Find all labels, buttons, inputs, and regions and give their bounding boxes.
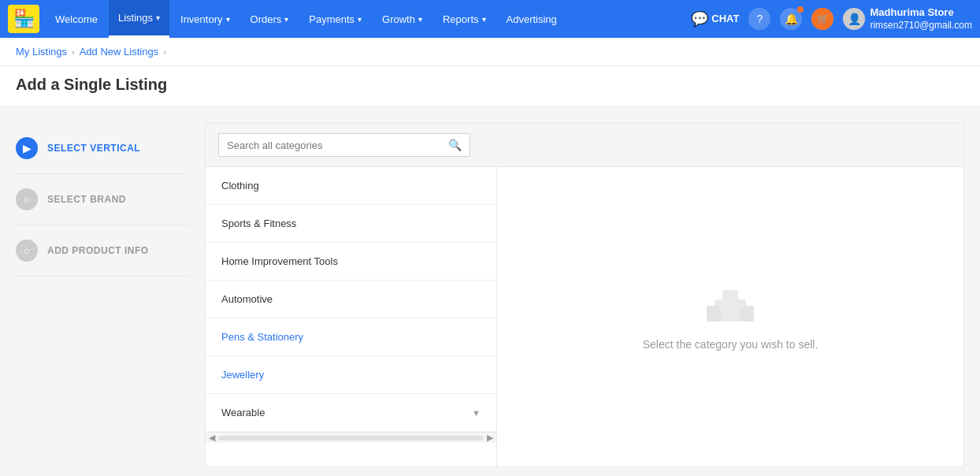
search-input-wrap: 🔍 — [218, 133, 470, 157]
nav-orders[interactable]: Orders ▾ — [241, 0, 299, 38]
nav-growth[interactable]: Growth ▾ — [373, 0, 432, 38]
cart-icon: 🛒 — [811, 8, 833, 30]
step-select-brand: ○ SELECT BRAND — [16, 174, 189, 225]
breadcrumb-chevron-1: › — [72, 47, 75, 57]
category-label: Pens & Stationery — [221, 331, 303, 343]
category-label: Wearable — [221, 407, 265, 418]
reports-chevron-icon: ▾ — [482, 15, 486, 24]
breadcrumb: My Listings › Add New Listings › — [0, 38, 980, 66]
step-3-label: ADD PRODUCT INFO — [47, 245, 149, 256]
step-add-product-info: ○ ADD PRODUCT INFO — [16, 225, 189, 277]
nav-growth-label: Growth — [382, 13, 415, 25]
nav-orders-label: Orders — [251, 13, 282, 25]
logo[interactable]: 🏪 — [8, 5, 39, 33]
search-input[interactable] — [227, 139, 448, 151]
breadcrumb-add-new-listings[interactable]: Add New Listings — [80, 46, 158, 58]
step-1-label: SELECT VERTICAL — [47, 143, 140, 154]
chat-button[interactable]: 💬 CHAT — [691, 10, 739, 28]
svg-rect-2 — [707, 306, 721, 322]
user-text-block: Madhurima Store rimsen2710@gmail.com — [870, 6, 972, 32]
inventory-chevron-icon: ▾ — [226, 15, 230, 24]
category-label: Jewellery — [221, 369, 264, 381]
category-list-wrap: Clothing Sports & Fitness Home Improveme… — [206, 167, 497, 467]
search-bar-row: 🔍 — [206, 124, 963, 167]
top-navigation: 🏪 Welcome Listings ▾ Inventory ▾ Orders … — [0, 0, 980, 38]
payments-chevron-icon: ▾ — [358, 15, 362, 24]
nav-inventory[interactable]: Inventory ▾ — [171, 0, 239, 38]
list-item[interactable]: Sports & Fitness — [206, 205, 496, 243]
category-panel: 🔍 Clothing Sports & Fitness Home Improve… — [205, 123, 964, 467]
cart-button[interactable]: 🛒 — [811, 8, 833, 30]
chat-bubble-icon: 💬 — [691, 10, 708, 28]
list-item[interactable]: Home Improvement Tools — [206, 243, 496, 281]
nav-inventory-label: Inventory — [180, 13, 222, 25]
category-label: Automotive — [221, 293, 273, 305]
nav-payments[interactable]: Payments ▾ — [299, 0, 371, 38]
nav-reports-label: Reports — [443, 13, 479, 25]
scroll-down-arrow-icon: ▼ — [472, 408, 481, 418]
store-name: Madhurima Store — [870, 6, 972, 20]
nav-payments-label: Payments — [309, 13, 355, 25]
user-email: rimsen2710@gmail.com — [870, 20, 972, 32]
category-label: Clothing — [221, 180, 259, 192]
list-item[interactable]: Pens & Stationery — [206, 318, 496, 356]
main-content: ▶ SELECT VERTICAL ○ SELECT BRAND ○ ADD P… — [0, 107, 980, 476]
svg-rect-1 — [722, 290, 738, 301]
step-2-label: SELECT BRAND — [47, 194, 126, 205]
notification-badge — [797, 6, 804, 13]
growth-chevron-icon: ▾ — [418, 15, 422, 24]
nav-advertising[interactable]: Advertising — [497, 0, 566, 38]
question-icon: ? — [757, 13, 763, 25]
step-3-circle: ○ — [16, 240, 38, 262]
scroll-track — [218, 436, 484, 441]
svg-rect-3 — [740, 306, 754, 322]
categories-content: Clothing Sports & Fitness Home Improveme… — [206, 167, 963, 467]
breadcrumb-my-listings[interactable]: My Listings — [16, 46, 67, 58]
nav-welcome-label: Welcome — [55, 13, 98, 25]
step-select-vertical: ▶ SELECT VERTICAL — [16, 123, 189, 174]
list-item[interactable]: Clothing — [206, 167, 496, 205]
nav-advertising-label: Advertising — [507, 13, 557, 25]
orders-chevron-icon: ▾ — [284, 15, 288, 24]
bell-icon: 🔔 — [785, 13, 798, 25]
scroll-right-icon[interactable]: ▶ — [487, 433, 493, 443]
notifications-button[interactable]: 🔔 — [780, 8, 802, 30]
category-label: Sports & Fitness — [221, 218, 296, 229]
step-3-icon: ○ — [24, 244, 30, 257]
chat-label: CHAT — [711, 13, 739, 24]
category-label: Home Improvement Tools — [221, 255, 338, 267]
avatar: 👤 — [843, 8, 865, 30]
nav-listings[interactable]: Listings ▾ — [109, 0, 169, 38]
right-empty-panel: Select the category you wish to sell. — [497, 167, 963, 467]
scroll-left-icon[interactable]: ◀ — [209, 433, 215, 443]
breadcrumb-chevron-2: › — [163, 47, 166, 57]
list-item[interactable]: Automotive — [206, 281, 496, 318]
step-2-circle: ○ — [16, 188, 38, 210]
nav-welcome[interactable]: Welcome — [46, 0, 107, 38]
step-1-circle: ▶ — [16, 137, 38, 159]
page-title-bar: Add a Single Listing — [0, 66, 980, 107]
nav-listings-label: Listings — [118, 12, 153, 24]
empty-panel-text: Select the category you wish to sell. — [643, 338, 819, 351]
page-title: Add a Single Listing — [16, 76, 964, 94]
search-icon: 🔍 — [448, 139, 462, 151]
category-list: Clothing Sports & Fitness Home Improveme… — [206, 167, 496, 432]
list-item[interactable]: Wearable ▼ — [206, 394, 496, 432]
listings-chevron-icon: ▾ — [156, 13, 160, 22]
avatar-icon: 👤 — [848, 13, 861, 25]
step-2-icon: ○ — [24, 193, 30, 206]
list-item[interactable]: Jewellery — [206, 356, 496, 394]
steps-panel: ▶ SELECT VERTICAL ○ SELECT BRAND ○ ADD P… — [16, 123, 189, 467]
logo-icon: 🏪 — [13, 9, 35, 29]
nav-right: 💬 CHAT ? 🔔 🛒 👤 Madhurima Store rimsen271… — [691, 6, 972, 32]
nav-items: Welcome Listings ▾ Inventory ▾ Orders ▾ … — [46, 0, 691, 38]
nav-reports[interactable]: Reports ▾ — [433, 0, 496, 38]
horizontal-scrollbar[interactable]: ◀ ▶ — [206, 432, 496, 443]
user-profile[interactable]: 👤 Madhurima Store rimsen2710@gmail.com — [843, 6, 972, 32]
help-button[interactable]: ? — [748, 8, 770, 30]
step-1-icon: ▶ — [23, 142, 32, 154]
empty-category-icon — [707, 284, 754, 325]
